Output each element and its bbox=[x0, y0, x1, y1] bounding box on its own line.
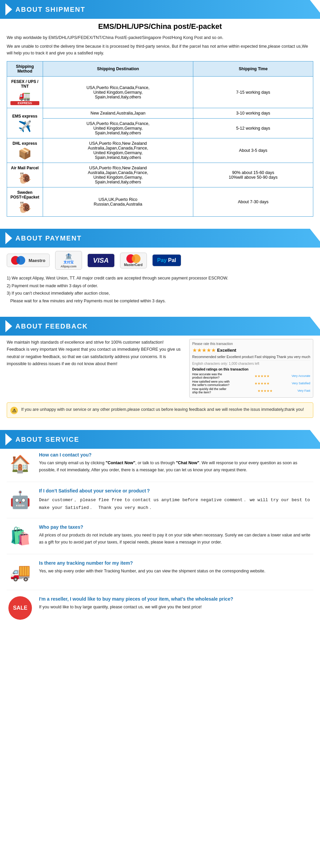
destination-cell: USA,UK,Puerto RicoRussian,Canada,Austral… bbox=[43, 187, 193, 217]
contact-text: How can I contact you? You can simply em… bbox=[39, 452, 313, 474]
contact-question: How can I contact you? bbox=[39, 452, 313, 458]
rating-row: How quickly did the seller ship the item… bbox=[192, 387, 310, 394]
payment-header: ABOUT PAYMENT bbox=[16, 235, 82, 242]
service-item-taxes: 🛍️ Who pay the taxes? All prices of our … bbox=[7, 524, 313, 554]
excellent-label: Excellent bbox=[217, 348, 236, 353]
satisfied-answer: Dear customer， please flee free to conta… bbox=[39, 496, 313, 512]
paypal-card: PayPal bbox=[152, 254, 181, 267]
sale-icon: SALE bbox=[8, 596, 32, 620]
wholesale-answer: If you would like to buy large quantity,… bbox=[39, 603, 313, 611]
warning-text: If you are unhappy with our service or a… bbox=[21, 406, 304, 413]
taxes-text: Who pay the taxes? All prices of our pro… bbox=[39, 524, 313, 546]
time-cell: 5-12 working days bbox=[193, 119, 313, 138]
truck-icon: 🚚 bbox=[10, 562, 31, 582]
tracking-answer: Yes, we ship every order with their Trac… bbox=[39, 568, 313, 575]
time-cell: About 3-5 days bbox=[193, 138, 313, 163]
destination-cell: USA,Puerto Rico,Canada,France,United Kin… bbox=[43, 76, 193, 108]
mastercard-card: MasterCard bbox=[120, 253, 147, 269]
payment-notes: 1) We accept Alipay, West Union, TT. All… bbox=[7, 274, 313, 305]
feedback-comment: Recommended seller Excellent product Fas… bbox=[192, 355, 310, 361]
service-item-wholesale: SALE I'm a reseller, I would like to buy… bbox=[7, 596, 313, 626]
warning-box: ⚠ If you are unhappy with our service or… bbox=[7, 402, 313, 418]
rating-row: How accurate was the product description… bbox=[192, 373, 310, 379]
wholesale-text: I'm a reseller, I would like to buy many… bbox=[39, 596, 313, 611]
time-cell: 7-15 working days bbox=[193, 76, 313, 108]
wholesale-question: I'm a reseller, I would like to buy many… bbox=[39, 596, 313, 601]
contact-icon-box: 🏠 bbox=[7, 452, 34, 476]
rating-stars: ★★★★★ bbox=[192, 347, 216, 353]
char-count: English characters only: 1,000 character… bbox=[192, 362, 310, 366]
visa-card: VISA bbox=[87, 254, 115, 268]
shipment-desc2: We are unable to control the delivery ti… bbox=[7, 43, 313, 56]
time-cell: 3-10 working days bbox=[193, 108, 313, 119]
service-section: ABOUT SERVICE 🏠 How can I contact you? Y… bbox=[0, 430, 320, 639]
table-row: DHL express 📦 USA,Puerto Rico,New Zealan… bbox=[7, 138, 313, 163]
maestro-card: Maestro bbox=[7, 254, 50, 267]
destination-cell: USA,Puerto Rico,Canada,France,United Kin… bbox=[43, 119, 193, 138]
destination-cell: USA,Puerto Rico,New ZealandAustralia,Jap… bbox=[43, 163, 193, 187]
destination-cell: New Zealand,Australia,Japan bbox=[43, 108, 193, 119]
header-arrow-icon bbox=[5, 433, 12, 445]
header-arrow-icon bbox=[5, 232, 12, 244]
payment-section: ABOUT PAYMENT Maestro 🏦 支付宝 Alipay.com bbox=[0, 229, 320, 311]
rate-label: Please rate this transaction bbox=[192, 342, 310, 346]
shipment-title: EMS/DHL/UPS/China post/E-packet bbox=[7, 22, 313, 31]
alipay-card: 🏦 支付宝 Alipay.com bbox=[55, 251, 82, 270]
shipment-content: EMS/DHL/UPS/China post/E-packet We ship … bbox=[0, 19, 320, 223]
time-cell: About 7-30 days bbox=[193, 187, 313, 217]
table-row: FESEX / UPS / TNT 🚛 EXPRESS USA,Puerto R… bbox=[7, 76, 313, 108]
contact-answer: You can simply email us by clicking "Con… bbox=[39, 460, 313, 474]
house-icon: 🏠 bbox=[10, 454, 31, 474]
table-row: Air Mail Parcel 🐌 USA,Puerto Rico,New Ze… bbox=[7, 163, 313, 187]
robot-icon: 🤖 bbox=[10, 490, 31, 509]
table-row: USA,Puerto Rico,Canada,France,United Kin… bbox=[7, 119, 313, 138]
payment-cards-row: Maestro 🏦 支付宝 Alipay.com VISA bbox=[7, 251, 313, 270]
satisfied-icon-box: 🤖 bbox=[7, 488, 34, 512]
tracking-text: Is there any tracking number for my item… bbox=[39, 560, 313, 575]
feedback-header: ABOUT FEEDBACK bbox=[16, 322, 88, 330]
service-header: ABOUT SERVICE bbox=[16, 436, 79, 443]
shipment-section: ABOUT SHIPMENT EMS/DHL/UPS/China post/E-… bbox=[0, 0, 320, 223]
feedback-content: We maintain high standards of excellence… bbox=[0, 336, 320, 425]
feedback-text: We maintain high standards of excellence… bbox=[7, 339, 182, 368]
feedback-widget: Please rate this transaction ★★★★★ Excel… bbox=[189, 339, 313, 398]
col-method: Shipping Method bbox=[7, 61, 43, 76]
method-cell: DHL express 📦 bbox=[7, 138, 43, 163]
service-item-satisfied: 🤖 If I don't Satisfied about your servic… bbox=[7, 488, 313, 518]
taxes-answer: All prices of our products do not includ… bbox=[39, 532, 313, 546]
warning-icon: ⚠ bbox=[10, 407, 18, 414]
wholesale-icon-box: SALE bbox=[7, 596, 34, 620]
method-cell: EMS express ✈️ bbox=[7, 108, 43, 138]
destination-cell: USA,Puerto Rico,New ZealandAustralia,Jap… bbox=[43, 138, 193, 163]
shipment-desc1: We ship worldwide by EMS/DHL/UPS/FEDEX/T… bbox=[7, 34, 313, 41]
col-destination: Shipping Destination bbox=[43, 61, 193, 76]
service-content: 🏠 How can I contact you? You can simply … bbox=[0, 449, 320, 639]
feedback-main: We maintain high standards of excellence… bbox=[7, 339, 313, 398]
tracking-question: Is there any tracking number for my item… bbox=[39, 560, 313, 566]
taxes-question: Who pay the taxes? bbox=[39, 524, 313, 530]
shipment-header: ABOUT SHIPMENT bbox=[16, 6, 85, 13]
detailed-label: Detailed ratings on this transaction bbox=[192, 368, 310, 371]
taxes-icon-box: 🛍️ bbox=[7, 524, 34, 548]
payment-content: Maestro 🏦 支付宝 Alipay.com VISA bbox=[0, 248, 320, 311]
shipping-table: Shipping Method Shipping Destination Shi… bbox=[7, 61, 313, 217]
col-time: Shipping Time bbox=[193, 61, 313, 76]
detailed-ratings: Detailed ratings on this transaction How… bbox=[192, 368, 310, 394]
tracking-icon-box: 🚚 bbox=[7, 560, 34, 584]
header-arrow-icon bbox=[5, 320, 12, 332]
header-arrow-icon bbox=[5, 3, 12, 16]
satisfied-text: If I don't Satisfied about your service … bbox=[39, 488, 313, 512]
method-cell: FESEX / UPS / TNT 🚛 EXPRESS bbox=[7, 76, 43, 108]
satisfied-question: If I don't Satisfied about your service … bbox=[39, 488, 313, 494]
method-cell: Air Mail Parcel 🐌 bbox=[7, 163, 43, 187]
table-row: Sweden POST=Epacket 🐌 USA,UK,Puerto Rico… bbox=[7, 187, 313, 217]
service-item-tracking: 🚚 Is there any tracking number for my it… bbox=[7, 560, 313, 590]
feedback-section: ABOUT FEEDBACK We maintain high standard… bbox=[0, 317, 320, 425]
table-row: EMS express ✈️ New Zealand,Australia,Jap… bbox=[7, 108, 313, 119]
method-cell: Sweden POST=Epacket 🐌 bbox=[7, 187, 43, 217]
bag-icon: 🛍️ bbox=[10, 526, 31, 546]
rating-row: How satisfied were you with the seller's… bbox=[192, 380, 310, 386]
time-cell: 90% about 15-60 days10%will above 50-90 … bbox=[193, 163, 313, 187]
service-item-contact: 🏠 How can I contact you? You can simply … bbox=[7, 452, 313, 482]
